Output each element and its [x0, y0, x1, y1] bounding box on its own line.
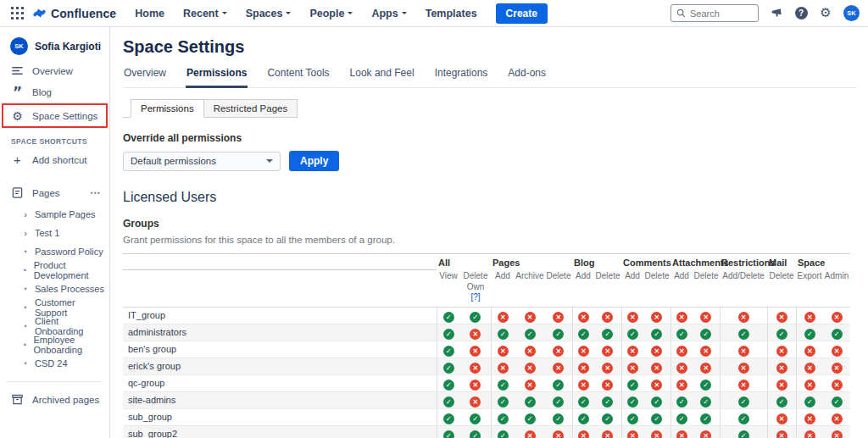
cross-icon[interactable]: ×: [470, 346, 481, 357]
check-icon[interactable]: ✓: [553, 396, 564, 408]
cross-icon[interactable]: ×: [832, 430, 843, 438]
tree-item-client-onboarding[interactable]: •Client Onboarding: [0, 317, 109, 335]
cross-icon[interactable]: ×: [832, 380, 843, 391]
app-switcher-icon[interactable]: [10, 7, 24, 20]
check-icon[interactable]: ✓: [700, 396, 711, 408]
cross-icon[interactable]: ×: [498, 312, 509, 323]
cross-icon[interactable]: ×: [553, 312, 564, 323]
cross-icon[interactable]: ×: [578, 430, 589, 438]
check-icon[interactable]: ✓: [498, 380, 509, 391]
cross-icon[interactable]: ×: [804, 380, 815, 391]
check-icon[interactable]: ✓: [627, 380, 638, 391]
cross-icon[interactable]: ×: [832, 346, 843, 357]
cross-icon[interactable]: ×: [804, 430, 815, 438]
tab-permissions[interactable]: Permissions: [186, 65, 248, 88]
check-icon[interactable]: ✓: [443, 413, 454, 424]
cross-icon[interactable]: ×: [627, 312, 638, 323]
cross-icon[interactable]: ×: [498, 346, 509, 357]
cross-icon[interactable]: ×: [804, 413, 815, 424]
cross-icon[interactable]: ×: [525, 363, 536, 374]
cross-icon[interactable]: ×: [627, 430, 638, 438]
tree-item-csd-24[interactable]: •CSD 24: [0, 354, 109, 373]
check-icon[interactable]: ✓: [651, 396, 662, 408]
check-icon[interactable]: ✓: [651, 413, 662, 424]
help-icon[interactable]: ?: [794, 7, 808, 20]
check-icon[interactable]: ✓: [700, 380, 711, 391]
check-icon[interactable]: ✓: [738, 396, 749, 408]
cross-icon[interactable]: ×: [578, 380, 589, 391]
user-avatar[interactable]: SK: [843, 5, 860, 21]
check-icon[interactable]: ✓: [627, 329, 638, 340]
sidebar-item-blog[interactable]: ” Blog: [0, 81, 109, 103]
cross-icon[interactable]: ×: [776, 346, 787, 357]
tab-content-tools[interactable]: Content Tools: [266, 65, 330, 87]
check-icon[interactable]: ✓: [738, 329, 749, 340]
check-icon[interactable]: ✓: [578, 329, 589, 340]
cross-icon[interactable]: ×: [470, 329, 481, 340]
tab-add-ons[interactable]: Add-ons: [507, 65, 547, 87]
cross-icon[interactable]: ×: [602, 363, 613, 374]
check-icon[interactable]: ✓: [651, 329, 662, 340]
search-input[interactable]: [690, 8, 749, 19]
sidebar-item-overview[interactable]: Overview: [0, 60, 109, 81]
cross-icon[interactable]: ×: [651, 430, 662, 438]
check-icon[interactable]: ✓: [676, 329, 687, 340]
cross-icon[interactable]: ×: [578, 346, 589, 357]
tree-item-customer-support[interactable]: •Customer Support: [0, 298, 109, 317]
check-icon[interactable]: ✓: [443, 430, 454, 438]
cross-icon[interactable]: ×: [776, 380, 787, 391]
check-icon[interactable]: ✓: [525, 396, 536, 408]
tree-item-password-policy[interactable]: •Password Policy: [0, 242, 109, 261]
cross-icon[interactable]: ×: [804, 363, 815, 374]
cross-icon[interactable]: ×: [651, 380, 662, 391]
cross-icon[interactable]: ×: [578, 312, 589, 323]
space-header[interactable]: SK Sofia Kargioti: [0, 37, 109, 60]
check-icon[interactable]: ✓: [676, 396, 687, 408]
cross-icon[interactable]: ×: [602, 380, 613, 391]
cross-icon[interactable]: ×: [700, 430, 711, 438]
search-box[interactable]: [670, 4, 759, 22]
check-icon[interactable]: ✓: [443, 396, 454, 408]
cross-icon[interactable]: ×: [470, 363, 481, 374]
check-icon[interactable]: ✓: [470, 413, 481, 424]
apply-button[interactable]: Apply: [289, 151, 339, 171]
nav-item-spaces[interactable]: Spaces: [246, 8, 292, 19]
check-icon[interactable]: ✓: [627, 396, 638, 408]
tab-overview[interactable]: Overview: [123, 65, 167, 87]
cross-icon[interactable]: ×: [525, 430, 536, 438]
nav-item-apps[interactable]: Apps: [371, 8, 406, 19]
check-icon[interactable]: ✓: [443, 363, 454, 374]
tree-item-sales-processes[interactable]: •Sales Processes: [0, 280, 109, 298]
sidebar-item-space-settings[interactable]: ⚙ Space Settings: [3, 105, 106, 126]
check-icon[interactable]: ✓: [443, 329, 454, 340]
cross-icon[interactable]: ×: [651, 363, 662, 374]
cross-icon[interactable]: ×: [832, 363, 843, 374]
cross-icon[interactable]: ×: [804, 312, 815, 323]
check-icon[interactable]: ✓: [498, 396, 509, 408]
cross-icon[interactable]: ×: [738, 312, 749, 323]
check-icon[interactable]: ✓: [776, 329, 787, 340]
check-icon[interactable]: ✓: [498, 413, 509, 424]
cross-icon[interactable]: ×: [525, 380, 536, 391]
cross-icon[interactable]: ×: [602, 346, 613, 357]
cross-icon[interactable]: ×: [676, 312, 687, 323]
check-icon[interactable]: ✓: [627, 413, 638, 424]
cross-icon[interactable]: ×: [602, 430, 613, 438]
pages-more-icon[interactable]: •••: [91, 189, 101, 197]
create-button[interactable]: Create: [496, 3, 548, 24]
check-icon[interactable]: ✓: [470, 312, 481, 323]
cross-icon[interactable]: ×: [525, 346, 536, 357]
cross-icon[interactable]: ×: [776, 413, 787, 424]
check-icon[interactable]: ✓: [578, 396, 589, 408]
check-icon[interactable]: ✓: [525, 413, 536, 424]
cross-icon[interactable]: ×: [804, 346, 815, 357]
check-icon[interactable]: ✓: [443, 346, 454, 357]
tab-integrations[interactable]: Integrations: [434, 65, 489, 87]
nav-item-recent[interactable]: Recent: [183, 8, 227, 19]
nav-item-people[interactable]: People: [309, 8, 353, 19]
cross-icon[interactable]: ×: [470, 380, 481, 391]
check-icon[interactable]: ✓: [525, 329, 536, 340]
cross-icon[interactable]: ×: [700, 312, 711, 323]
cross-icon[interactable]: ×: [525, 312, 536, 323]
cross-icon[interactable]: ×: [776, 430, 787, 438]
